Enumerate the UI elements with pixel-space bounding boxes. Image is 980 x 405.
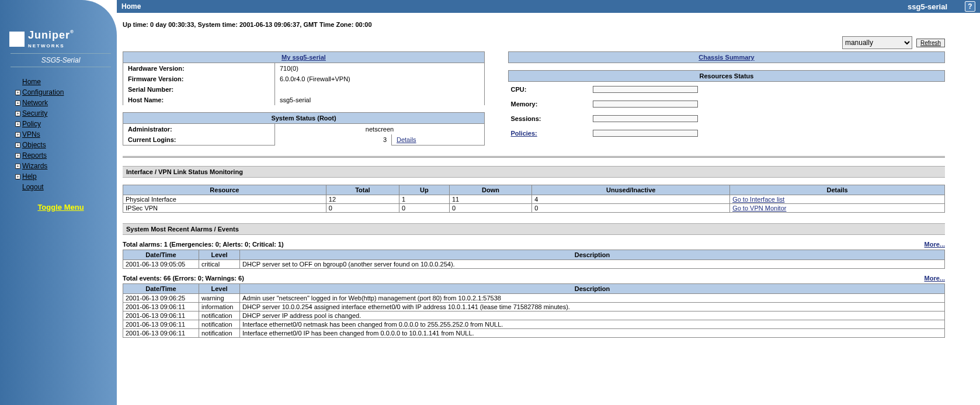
alarms-summary: Total alarms: 1 (Emergencies: 0; Alerts:… bbox=[123, 241, 284, 248]
uptime-line: Up time: 0 day 00:30:33, System time: 20… bbox=[123, 21, 945, 28]
resource-label[interactable]: Policies: bbox=[511, 130, 537, 137]
expand-icon[interactable]: + bbox=[15, 90, 20, 95]
device-label: Host Name: bbox=[123, 95, 275, 105]
expand-icon[interactable]: + bbox=[15, 132, 20, 137]
cell: 0 bbox=[532, 204, 730, 213]
nav-label: Objects bbox=[22, 141, 46, 149]
cell-level: notification bbox=[199, 320, 240, 329]
events-summary-row: Total events: 66 (Errors: 0; Warnings: 6… bbox=[123, 275, 945, 282]
device-value bbox=[275, 84, 485, 95]
details-link[interactable]: Go to Interface list bbox=[732, 196, 784, 203]
nav-item-reports[interactable]: +Reports bbox=[5, 150, 117, 161]
device-value: ssg5-serial bbox=[275, 95, 485, 105]
expand-icon[interactable]: + bbox=[15, 122, 20, 127]
resource-label: CPU: bbox=[511, 86, 527, 93]
col-header: Down bbox=[449, 185, 531, 195]
cell: IPSec VPN bbox=[123, 204, 326, 213]
col-header: Date/Time bbox=[123, 284, 199, 294]
expand-icon[interactable]: + bbox=[15, 143, 20, 148]
chassis-box: Chassis Summary bbox=[508, 51, 945, 63]
alarms-events-title: System Most Recent Alarms / Events bbox=[123, 223, 945, 235]
nav-item-wizards[interactable]: +Wizards bbox=[5, 161, 117, 171]
cell: 4 bbox=[532, 195, 730, 204]
details-link[interactable]: Go to VPN Monitor bbox=[732, 205, 786, 212]
table-row: 2001-06-13 09:06:11informationDHCP serve… bbox=[123, 303, 945, 311]
cell: Physical Interface bbox=[123, 195, 326, 204]
events-more-link[interactable]: More... bbox=[925, 275, 945, 282]
nav-item-network[interactable]: +Network bbox=[5, 98, 117, 108]
alarms-summary-row: Total alarms: 1 (Emergencies: 0; Alerts:… bbox=[123, 241, 945, 248]
admin-value: netscreen bbox=[275, 124, 485, 135]
nav-item-help[interactable]: +Help bbox=[5, 171, 117, 182]
cell-desc: DHCP server set to OFF on bgroup0 (anoth… bbox=[240, 260, 945, 269]
sidebar: Juniper®NETWORKS SSG5-Serial Home+Config… bbox=[0, 0, 117, 405]
toggle-menu-link[interactable]: Toggle Menu bbox=[5, 203, 117, 212]
nav-item-home[interactable]: Home bbox=[5, 77, 117, 87]
logins-details-link[interactable]: Details bbox=[397, 136, 416, 143]
resource-bar bbox=[593, 86, 698, 93]
col-header: Up bbox=[399, 185, 449, 195]
nav-label: Policy bbox=[22, 120, 41, 128]
table-row: 2001-06-13 09:06:11notificationDHCP serv… bbox=[123, 311, 945, 320]
expand-icon[interactable]: + bbox=[15, 164, 20, 169]
chassis-link[interactable]: Chassis Summary bbox=[698, 54, 754, 61]
col-header: Details bbox=[730, 185, 945, 195]
resource-bar bbox=[593, 130, 698, 137]
expand-icon[interactable]: + bbox=[15, 153, 20, 158]
device-header-link[interactable]: My ssg5-serial bbox=[282, 54, 326, 61]
device-label: Serial Number: bbox=[123, 84, 275, 95]
resources-box: Resources Status CPU:Memory:Sessions:Pol… bbox=[508, 70, 945, 140]
device-label: Firmware Version: bbox=[123, 74, 275, 84]
nav-item-configuration[interactable]: +Configuration bbox=[5, 87, 117, 98]
cell: 1 bbox=[399, 195, 449, 204]
col-header: Date/Time bbox=[123, 250, 199, 260]
host-label: ssg5-serial bbox=[908, 2, 947, 11]
cell: 12 bbox=[326, 195, 399, 204]
device-value: 6.0.0r4.0 (Firewall+VPN) bbox=[275, 74, 485, 84]
nav-label: Reports bbox=[22, 151, 47, 160]
cell-datetime: 2001-06-13 09:06:11 bbox=[123, 320, 199, 329]
col-header: Total bbox=[326, 185, 399, 195]
nav-label: Security bbox=[22, 109, 47, 117]
refresh-select[interactable]: manually bbox=[842, 36, 912, 49]
cell-datetime: 2001-06-13 09:06:11 bbox=[123, 311, 199, 320]
nav-label: Logout bbox=[22, 183, 44, 191]
cell-desc: Admin user "netscreen" logged in for Web… bbox=[240, 294, 945, 303]
cell-datetime: 2001-06-13 09:05:05 bbox=[123, 260, 199, 269]
device-info-box: My ssg5-serial Hardware Version:710(0)Fi… bbox=[123, 51, 485, 105]
system-status-box: System Status (Root) Administrator: nets… bbox=[123, 112, 485, 146]
cell-desc: DHCP server 10.0.0.254 assigned interfac… bbox=[240, 303, 945, 311]
col-header: Description bbox=[240, 284, 945, 294]
expand-icon[interactable]: + bbox=[15, 174, 20, 179]
expand-icon[interactable]: + bbox=[15, 101, 20, 106]
cell-level: warning bbox=[199, 294, 240, 303]
nav-label: Help bbox=[22, 172, 37, 181]
nav-item-logout[interactable]: Logout bbox=[5, 182, 117, 192]
resources-header: Resources Status bbox=[509, 71, 945, 82]
nav-item-vpns[interactable]: +VPNs bbox=[5, 129, 117, 140]
alarms-more-link[interactable]: More... bbox=[925, 241, 945, 248]
cell-datetime: 2001-06-13 09:06:25 bbox=[123, 294, 199, 303]
device-label: Hardware Version: bbox=[123, 63, 275, 74]
resource-bar bbox=[593, 115, 698, 122]
nav-item-objects[interactable]: +Objects bbox=[5, 140, 117, 150]
expand-icon[interactable]: + bbox=[15, 111, 20, 116]
events-table: Date/TimeLevelDescription2001-06-13 09:0… bbox=[123, 283, 945, 338]
cell-datetime: 2001-06-13 09:06:11 bbox=[123, 303, 199, 311]
device-value: 710(0) bbox=[275, 63, 485, 74]
table-row: IPSec VPN0000Go to VPN Monitor bbox=[123, 204, 945, 213]
nav-item-policy[interactable]: +Policy bbox=[5, 119, 117, 129]
ifmon-title: Interface / VPN Link Status Monitoring bbox=[123, 166, 945, 178]
resource-label: Sessions: bbox=[511, 115, 541, 122]
cell: 11 bbox=[449, 195, 531, 204]
nav-item-security[interactable]: +Security bbox=[5, 108, 117, 119]
table-row: 2001-06-13 09:06:11notificationInterface… bbox=[123, 320, 945, 329]
refresh-button[interactable]: Refresh bbox=[916, 39, 945, 47]
cell-level: information bbox=[199, 303, 240, 311]
cell-desc: DHCP server IP address pool is changed. bbox=[240, 311, 945, 320]
cell: 0 bbox=[399, 204, 449, 213]
help-icon[interactable]: ? bbox=[965, 1, 975, 12]
cell-datetime: 2001-06-13 09:06:11 bbox=[123, 329, 199, 338]
alarms-table: Date/TimeLevelDescription2001-06-13 09:0… bbox=[123, 250, 945, 269]
table-row: 2001-06-13 09:05:05criticalDHCP server s… bbox=[123, 260, 945, 269]
